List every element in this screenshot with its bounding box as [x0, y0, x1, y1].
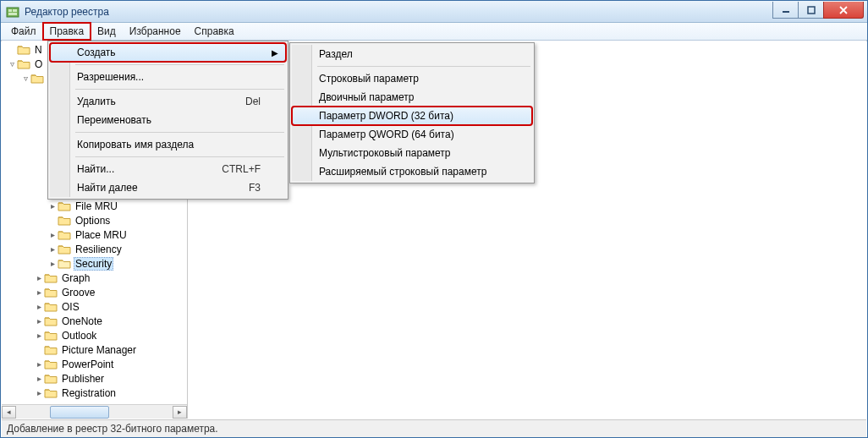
- menu-file[interactable]: Файл: [4, 23, 43, 40]
- new-submenu-item[interactable]: Раздел: [292, 45, 532, 63]
- tree-label: Options: [74, 215, 112, 227]
- expand-icon[interactable]: ▸: [34, 302, 44, 311]
- expand-icon[interactable]: ▸: [34, 374, 44, 383]
- folder-icon: [58, 215, 71, 227]
- folder-icon: [58, 258, 71, 270]
- expand-icon[interactable]: ▸: [47, 201, 58, 211]
- menu-view[interactable]: Вид: [91, 23, 123, 40]
- separator: [317, 66, 530, 67]
- tree-node[interactable]: ▸Graph: [2, 271, 187, 285]
- tree-label: Groove: [60, 287, 96, 298]
- tree-node[interactable]: Picture Manager: [2, 342, 187, 357]
- expand-icon[interactable]: ▸: [34, 359, 44, 369]
- separator: [75, 156, 284, 157]
- status-text: Добавление в реестр 32-битного параметра…: [7, 423, 218, 435]
- scroll-track[interactable]: [16, 406, 173, 419]
- folder-icon: [44, 373, 58, 385]
- menu-favorites[interactable]: Избранное: [123, 23, 188, 40]
- tree-label: Outlook: [60, 330, 98, 342]
- new-submenu-item[interactable]: Параметр QWORD (64 бита): [292, 125, 532, 144]
- tree-node[interactable]: ▸OneNote: [2, 314, 187, 328]
- edit-menu-item[interactable]: УдалитьDel: [50, 92, 286, 111]
- new-submenu-item[interactable]: Строковый параметр: [292, 69, 532, 88]
- menu-shortcut: Del: [245, 96, 261, 107]
- menu-item-label: Найти далее: [77, 182, 138, 194]
- maximize-button[interactable]: [798, 2, 823, 19]
- edit-menu-item[interactable]: Разрешения...: [50, 68, 286, 86]
- tree-label: Publisher: [60, 373, 106, 385]
- close-button[interactable]: [823, 2, 864, 19]
- expand-icon[interactable]: ▸: [34, 273, 44, 282]
- submenu-arrow-icon: ▶: [272, 48, 278, 57]
- menu-item-label: Копировать имя раздела: [77, 139, 194, 151]
- svg-rect-0: [7, 8, 19, 17]
- tree-node[interactable]: ▸Resiliency: [2, 242, 187, 256]
- titlebar: Редактор реестра: [1, 1, 867, 23]
- expand-icon[interactable]: ▸: [47, 230, 58, 239]
- folder-icon: [58, 200, 71, 212]
- edit-menu-item[interactable]: Копировать имя раздела: [50, 135, 286, 154]
- menu-item-label: Найти...: [77, 163, 114, 175]
- folder-icon: [44, 315, 58, 327]
- tree-node[interactable]: ▸OIS: [2, 299, 187, 314]
- menu-edit[interactable]: Правка: [43, 23, 91, 40]
- expand-icon[interactable]: ▸: [34, 316, 44, 326]
- edit-menu-item[interactable]: Создать▶: [50, 43, 286, 62]
- menubar: Файл Правка Вид Избранное Справка: [1, 23, 867, 41]
- expand-icon[interactable]: ▸: [47, 259, 58, 268]
- menu-item-label: Раздел: [319, 48, 353, 60]
- folder-icon: [44, 287, 58, 298]
- menu-item-label: Удалить: [77, 96, 116, 107]
- scroll-right-button[interactable]: ▸: [173, 406, 187, 419]
- menu-shortcut: F3: [249, 182, 261, 194]
- tree-node[interactable]: ▸File MRU: [2, 199, 187, 213]
- expand-icon[interactable]: ▸: [34, 331, 44, 340]
- tree-label: Resiliency: [74, 244, 124, 255]
- edit-menu-item[interactable]: Найти...CTRL+F: [50, 160, 286, 178]
- menu-shortcut: CTRL+F: [222, 163, 261, 175]
- menu-item-label: Параметр QWORD (64 бита): [319, 129, 454, 140]
- new-submenu-item[interactable]: Мультистроковый параметр: [292, 144, 532, 162]
- new-submenu-item[interactable]: Расширяемый строковый параметр: [292, 162, 532, 181]
- tree-label: O: [33, 58, 44, 70]
- tree-label: Picture Manager: [60, 344, 138, 356]
- tree-node[interactable]: ▸Outlook: [2, 328, 187, 342]
- collapse-icon[interactable]: ▿: [7, 59, 17, 68]
- minimize-button[interactable]: [772, 2, 798, 19]
- collapse-icon[interactable]: ▿: [20, 74, 30, 83]
- menu-item-label: Разрешения...: [77, 71, 144, 83]
- tree-label: Security: [74, 257, 113, 271]
- folder-icon: [17, 44, 30, 56]
- new-submenu-item[interactable]: Параметр DWORD (32 бита): [292, 107, 532, 125]
- expand-icon[interactable]: ▸: [47, 244, 58, 254]
- tree-node[interactable]: ▸PowerPoint: [2, 357, 187, 371]
- folder-icon: [44, 359, 58, 370]
- expand-icon[interactable]: ▸: [34, 388, 44, 397]
- menu-help[interactable]: Справка: [188, 23, 241, 40]
- new-submenu: РазделСтроковый параметрДвоичный парамет…: [289, 42, 535, 183]
- tree-node[interactable]: Options: [2, 213, 187, 227]
- svg-rect-4: [783, 11, 789, 13]
- edit-menu-item[interactable]: Переименовать: [50, 111, 286, 129]
- tree-node[interactable]: ▸Publisher: [2, 371, 187, 386]
- folder-icon: [44, 272, 58, 284]
- expand-icon[interactable]: ▸: [34, 287, 44, 297]
- menu-item-label: Двоичный параметр: [319, 91, 415, 103]
- scroll-thumb[interactable]: [50, 406, 109, 419]
- folder-icon: [44, 330, 58, 342]
- scroll-left-button[interactable]: ◂: [2, 406, 16, 419]
- tree-node[interactable]: ▸Groove: [2, 285, 187, 299]
- window-title: Редактор реестра: [25, 6, 772, 18]
- svg-rect-2: [13, 9, 17, 12]
- new-submenu-item[interactable]: Двоичный параметр: [292, 88, 532, 107]
- folder-icon: [44, 344, 58, 356]
- separator: [75, 132, 284, 133]
- tree-label: N: [33, 44, 44, 56]
- edit-menu-item[interactable]: Найти далееF3: [50, 178, 286, 197]
- folder-icon: [17, 58, 30, 70]
- tree-label: Place MRU: [74, 229, 129, 241]
- tree-node[interactable]: ▸Security: [2, 256, 187, 271]
- tree-node[interactable]: ▸Registration: [2, 386, 187, 400]
- tree-node[interactable]: ▸Place MRU: [2, 227, 187, 242]
- horizontal-scrollbar[interactable]: ◂ ▸: [2, 404, 187, 419]
